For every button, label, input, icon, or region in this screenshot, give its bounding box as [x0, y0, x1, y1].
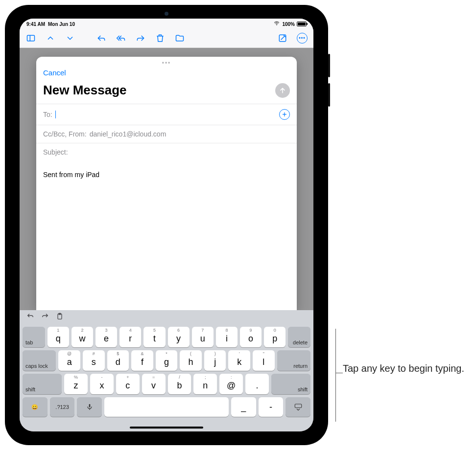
reply-all-icon[interactable] — [116, 33, 126, 44]
underscore-key[interactable]: _ — [231, 397, 256, 417]
capslock-key[interactable]: caps lock — [23, 350, 56, 371]
key-d[interactable]: $d — [107, 350, 129, 371]
key-main-label: b — [177, 381, 182, 391]
key-h[interactable]: (h — [180, 350, 202, 371]
tab-key[interactable]: tab — [23, 327, 45, 347]
emoji-key[interactable]: 😀 — [23, 397, 48, 417]
ipad-device-frame: 9:41 AM Mon Jun 10 100% — [5, 5, 328, 445]
more-icon[interactable]: ••• — [297, 33, 308, 44]
battery-icon — [297, 22, 307, 26]
redo-icon[interactable] — [41, 313, 49, 322]
battery-percent: 100% — [282, 22, 295, 27]
key-main-label: h — [189, 357, 193, 367]
key-l[interactable]: "l — [253, 350, 275, 371]
key-s[interactable]: #s — [83, 350, 105, 371]
key-alt-label: @ — [67, 351, 71, 356]
message-body[interactable]: Sent from my iPad — [36, 161, 297, 310]
home-indicator[interactable] — [130, 427, 203, 429]
wifi-icon — [273, 21, 280, 27]
key-alt-label: + — [126, 375, 129, 380]
previous-message-icon[interactable] — [45, 33, 56, 44]
forward-icon[interactable] — [135, 33, 146, 44]
volume-up-button — [328, 54, 330, 77]
key-main-label: d — [116, 357, 120, 367]
add-contact-button[interactable]: + — [279, 109, 290, 120]
space-key[interactable] — [104, 397, 229, 417]
key-alt-label: : — [231, 375, 232, 380]
key-u[interactable]: 7u — [192, 327, 214, 347]
key-alt-label: 4 — [129, 328, 132, 333]
key-main-label: j — [214, 357, 216, 367]
status-date: Mon Jun 10 — [48, 22, 75, 27]
delete-key[interactable]: delete — [288, 327, 310, 347]
key-t[interactable]: 5t — [143, 327, 165, 347]
subject-field[interactable]: Subject: — [36, 143, 297, 161]
key-@[interactable]: :@ — [219, 374, 243, 394]
key-main-label: s — [92, 357, 96, 367]
svg-point-0 — [277, 24, 278, 25]
key-alt-label: 9 — [250, 328, 252, 333]
key-alt-label: ; — [205, 375, 206, 380]
key-alt-label: 2 — [81, 328, 83, 333]
key-r[interactable]: 4r — [119, 327, 141, 347]
callout-text: Tap any key to begin typing. — [343, 362, 465, 375]
key-main-label: a — [67, 357, 72, 367]
key-v[interactable]: =v — [142, 374, 166, 394]
key-g[interactable]: *g — [156, 350, 178, 371]
return-key[interactable]: return — [277, 350, 310, 371]
key-i[interactable]: 8i — [216, 327, 238, 347]
key-main-label: g — [164, 357, 169, 367]
key-a[interactable]: @a — [58, 350, 80, 371]
sheet-grabber[interactable]: ••• — [162, 60, 171, 67]
key-main-label: v — [151, 381, 156, 391]
send-button[interactable] — [275, 83, 290, 98]
key-p[interactable]: 0p — [264, 327, 286, 347]
key-f[interactable]: &f — [131, 350, 153, 371]
key-alt-label: / — [179, 375, 180, 380]
clipboard-icon[interactable] — [56, 313, 64, 322]
key-b[interactable]: /b — [168, 374, 191, 394]
from-value: daniel_rico1@icloud.com — [90, 130, 167, 138]
key-w[interactable]: 2w — [71, 327, 93, 347]
key-y[interactable]: 6y — [168, 327, 190, 347]
key-z[interactable]: %z — [64, 374, 88, 394]
key-main-label: k — [237, 357, 241, 367]
reply-icon[interactable] — [96, 33, 107, 44]
key-x[interactable]: -x — [90, 374, 114, 394]
key-alt-label: ' — [239, 351, 240, 356]
ccbcc-label: Cc/Bcc, From: — [43, 130, 87, 138]
dash-key[interactable]: - — [259, 397, 284, 417]
svg-rect-7 — [295, 404, 302, 408]
key-main-label: x — [99, 381, 104, 391]
cancel-button[interactable]: Cancel — [43, 68, 66, 77]
key-alt-label: & — [141, 351, 143, 356]
dictation-key[interactable] — [77, 397, 102, 417]
undo-icon[interactable] — [26, 313, 34, 322]
shift-right-key[interactable]: shift — [271, 374, 310, 394]
shift-left-key[interactable]: shift — [23, 374, 62, 394]
key-main-label: q — [56, 334, 61, 344]
trash-icon[interactable] — [155, 33, 166, 44]
key-k[interactable]: 'k — [228, 350, 250, 371]
compose-icon[interactable] — [277, 33, 288, 44]
ccbcc-from-field[interactable]: Cc/Bcc, From: daniel_rico1@icloud.com — [36, 125, 297, 143]
dismiss-keyboard-key[interactable] — [286, 397, 310, 417]
svg-rect-6 — [89, 404, 90, 407]
numbers-key[interactable]: .?123 — [50, 397, 75, 417]
key-.[interactable]: . — [245, 374, 269, 394]
next-message-icon[interactable] — [65, 33, 75, 44]
compose-sheet: ••• Cancel New Message To: + Cc/Bcc, Fro — [36, 57, 297, 310]
to-field[interactable]: To: + — [36, 104, 297, 125]
key-alt-label: # — [93, 351, 95, 356]
sidebar-icon[interactable] — [25, 33, 36, 44]
key-c[interactable]: +c — [116, 374, 140, 394]
key-main-label: w — [79, 334, 85, 344]
move-folder-icon[interactable] — [174, 33, 185, 44]
key-alt-label: ) — [214, 351, 216, 356]
key-e[interactable]: 3e — [95, 327, 117, 347]
keyboard-toolbar — [20, 310, 313, 325]
key-o[interactable]: 9o — [240, 327, 262, 347]
key-q[interactable]: 1q — [48, 327, 69, 347]
key-j[interactable]: )j — [204, 350, 226, 371]
key-n[interactable]: ;n — [193, 374, 217, 394]
